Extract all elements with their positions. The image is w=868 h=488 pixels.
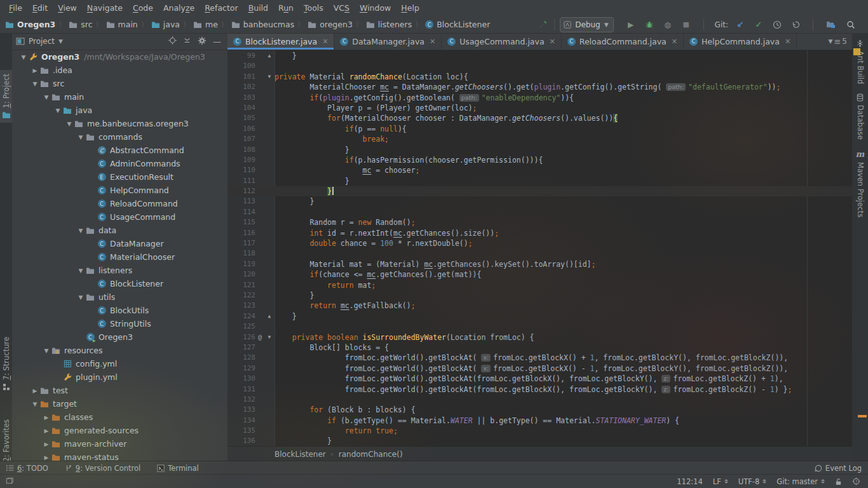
tree-row[interactable]: ▼java <box>12 104 227 117</box>
tab-close-icon[interactable]: ✕ <box>785 37 790 46</box>
inspection-profile-icon[interactable]: ? <box>852 477 860 485</box>
stop-button[interactable]: ■ <box>680 18 693 31</box>
breadcrumb-item[interactable]: me <box>193 20 218 29</box>
breadcrumb-item[interactable]: main <box>106 20 138 29</box>
menu-item-help[interactable]: Help <box>396 1 424 15</box>
fold-marker-icon[interactable]: ▲ <box>264 51 275 61</box>
breadcrumb-item[interactable]: listeners <box>366 20 412 29</box>
tree-row[interactable]: ▼utils <box>12 290 227 304</box>
editor-tab[interactable]: CReloadCommand.java✕ <box>562 33 684 50</box>
hide-tool-windows-icon[interactable] <box>5 477 13 487</box>
search-everywhere-icon[interactable] <box>844 18 857 31</box>
tool-window-button----version-control[interactable]: 9: Version Control <box>65 464 140 473</box>
project-structure-icon[interactable] <box>824 18 837 31</box>
collapsed-arrow-icon[interactable]: ▶ <box>42 414 51 421</box>
hidden-tabs-dropdown[interactable]: ▼ ≡ 5 <box>824 33 852 50</box>
breadcrumb-item[interactable]: java <box>151 20 180 29</box>
tree-row[interactable]: ▶classes <box>12 410 227 424</box>
tree-row[interactable]: ▶generated-sources <box>12 424 227 437</box>
tree-row[interactable]: CMaterialChooser <box>12 250 227 264</box>
editor-tab[interactable]: CDataManager.java✕ <box>334 33 442 50</box>
tree-row[interactable]: ▼Oregen3/mnt/Workspace/Java/Oregen3 <box>12 50 227 64</box>
breadcrumb-item[interactable]: CBlockListener <box>425 20 490 29</box>
editor-tab[interactable]: CBlockListener.java✕ <box>227 33 334 50</box>
tree-row[interactable]: CBlockListener <box>12 277 227 290</box>
tree-row[interactable]: ▶maven-status <box>12 451 227 461</box>
collapse-all-icon[interactable] <box>183 36 191 46</box>
breadcrumb-item[interactable]: src <box>69 20 92 29</box>
menu-item-analyze[interactable]: Analyze <box>158 1 200 15</box>
collapsed-arrow-icon[interactable]: ▶ <box>31 388 39 394</box>
expanded-arrow-icon[interactable]: ▼ <box>76 294 85 301</box>
expanded-arrow-icon[interactable]: ▼ <box>42 348 51 354</box>
event-log-button[interactable]: Event Log <box>815 464 862 473</box>
run-button[interactable]: ▶ <box>625 18 637 31</box>
expanded-arrow-icon[interactable]: ▼ <box>53 107 62 114</box>
collapsed-arrow-icon[interactable]: ▶ <box>42 428 51 434</box>
breadcrumb-item[interactable]: oregen3 <box>308 20 353 29</box>
tree-row[interactable]: C▶Oregen3 <box>12 330 227 344</box>
debug-button[interactable] <box>643 18 656 31</box>
tree-row[interactable]: ▶.idea <box>12 64 227 77</box>
tree-row[interactable]: EExecutionResult <box>12 170 227 184</box>
stripe-button-database[interactable]: Database <box>852 93 868 140</box>
git-update-icon[interactable]: ↙ <box>734 18 747 31</box>
build-hammer-icon[interactable] <box>536 18 549 31</box>
tree-row[interactable]: CAbstractCommand <box>12 144 227 157</box>
breadcrumb-item[interactable]: Oregen3 <box>5 20 55 29</box>
menu-item-window[interactable]: Window <box>355 1 396 15</box>
tree-row[interactable]: CStringUtils <box>12 317 227 330</box>
warning-stripe-marker[interactable] <box>858 415 867 417</box>
menu-item-file[interactable]: File <box>4 1 27 15</box>
tree-row[interactable]: ▼listeners <box>12 264 227 277</box>
stripe-button-maven-projects[interactable]: mMaven Projects <box>852 149 868 217</box>
fold-marker-icon[interactable]: ▼ <box>264 72 275 82</box>
editor-tab[interactable]: CHelpCommand.java✕ <box>684 33 797 50</box>
collapsed-arrow-icon[interactable]: ▶ <box>31 67 39 74</box>
expanded-arrow-icon[interactable]: ▼ <box>76 268 85 274</box>
tree-row[interactable]: ▼data <box>12 224 227 237</box>
tree-row[interactable]: CBlockUtils <box>12 304 227 317</box>
tree-row[interactable]: ▶maven-archiver <box>12 437 227 451</box>
collapsed-arrow-icon[interactable]: ▶ <box>42 441 51 447</box>
rollback-icon[interactable] <box>789 18 802 31</box>
tree-row[interactable]: ▼src <box>12 77 227 90</box>
menu-item-vcs[interactable]: VCS <box>329 1 355 15</box>
tree-row[interactable]: CAdminCommands <box>12 157 227 170</box>
tool-window-button----todo[interactable]: 6: TODO <box>6 464 48 473</box>
tree-row[interactable]: plugin.yml <box>12 370 227 384</box>
tab-close-icon[interactable]: ✕ <box>430 37 435 46</box>
run-with-coverage-button[interactable]: ◍ <box>661 18 674 31</box>
hide-panel-icon[interactable]: — <box>213 37 221 46</box>
encoding-select[interactable]: UTF-8 <box>738 477 767 486</box>
breadcrumb-item[interactable]: banbeucmas <box>231 20 294 29</box>
menu-item-run[interactable]: Run <box>273 1 299 15</box>
tab-close-icon[interactable]: ✕ <box>672 37 677 46</box>
expanded-arrow-icon[interactable]: ▼ <box>76 227 85 234</box>
menu-item-tools[interactable]: Tools <box>299 1 329 15</box>
tree-row[interactable]: ▶test <box>12 384 227 397</box>
fold-marker-icon[interactable]: ▼ <box>264 332 275 342</box>
fold-marker-icon[interactable]: ▲ <box>264 311 275 322</box>
tree-row[interactable]: ▼resources <box>12 344 227 357</box>
locate-file-icon[interactable] <box>168 36 177 46</box>
expanded-arrow-icon[interactable]: ▼ <box>31 81 39 87</box>
tree-row[interactable]: ▼main <box>12 90 227 104</box>
git-commit-icon[interactable]: ✓ <box>752 18 765 31</box>
settings-gear-icon[interactable] <box>198 36 207 47</box>
tree-row[interactable]: ▼me.banbeucmas.oregen3 <box>12 117 227 130</box>
code-editor[interactable]: 99▲ }100101▼private Material randomChanc… <box>227 50 852 446</box>
tree-row[interactable]: ▼target <box>12 397 227 410</box>
line-ending-select[interactable]: LF <box>713 477 728 486</box>
breadcrumb-class[interactable]: BlockListener <box>275 450 326 459</box>
expanded-arrow-icon[interactable]: ▼ <box>65 121 74 127</box>
expanded-arrow-icon[interactable]: ▼ <box>31 401 39 407</box>
history-clock-icon[interactable] <box>771 18 783 31</box>
caret-position[interactable]: 112:14 <box>677 477 702 486</box>
tab-close-icon[interactable]: ✕ <box>322 37 328 46</box>
expanded-arrow-icon[interactable]: ▼ <box>76 134 85 140</box>
menu-item-navigate[interactable]: Navigate <box>82 1 128 15</box>
menu-item-refactor[interactable]: Refactor <box>200 1 243 15</box>
menu-item-code[interactable]: Code <box>128 1 158 15</box>
stripe-button----structure[interactable]: 7: Structure <box>0 337 12 391</box>
